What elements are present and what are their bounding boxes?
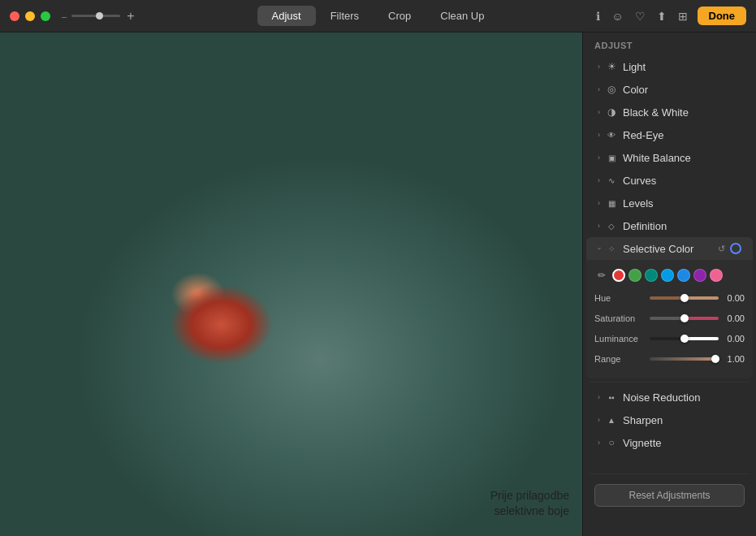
gear-button[interactable]: ⊞ — [676, 8, 689, 24]
share-button[interactable]: ⬆ — [655, 8, 668, 24]
adjust-item-levels[interactable]: › ▦ Levels — [586, 192, 753, 214]
luminance-handle[interactable] — [680, 335, 689, 343]
range-slider[interactable] — [650, 357, 719, 361]
zoom-minus-label: – — [62, 11, 67, 21]
swatch-pink[interactable] — [710, 269, 723, 282]
luminance-slider-row: Luminance 0.00 — [594, 330, 745, 348]
tab-cleanup[interactable]: Clean Up — [426, 6, 499, 26]
tab-crop[interactable]: Crop — [374, 6, 426, 26]
redeye-icon: 👁 — [605, 128, 618, 141]
minimize-button[interactable] — [25, 11, 35, 21]
swatch-lightblue[interactable] — [661, 269, 674, 282]
adjust-item-curves[interactable]: › ∿ Curves — [586, 169, 753, 192]
adjust-item-wb[interactable]: › ▣ White Balance — [586, 146, 753, 169]
done-button[interactable]: Done — [698, 6, 747, 25]
emoji-button[interactable]: ☺ — [610, 8, 624, 24]
swatch-teal[interactable] — [645, 269, 658, 282]
hue-label: Hue — [594, 293, 650, 303]
adjust-item-bw[interactable]: › ◑ Black & White — [586, 101, 753, 123]
adjust-item-redeye[interactable]: › 👁 Red-Eye — [586, 123, 753, 146]
adjust-item-color[interactable]: › ◎ Color — [586, 78, 753, 101]
info-button[interactable]: ℹ — [594, 8, 602, 24]
color-label: Color — [623, 84, 741, 96]
adjust-item-noise[interactable]: › ▪▪ Noise Reduction — [586, 386, 753, 408]
tab-filters[interactable]: Filters — [316, 6, 374, 26]
noise-label: Noise Reduction — [623, 391, 741, 404]
zoom-slider-area: – + — [62, 9, 134, 24]
adjust-item-light[interactable]: › ☀ Light — [586, 55, 753, 78]
sc-toggle-btn[interactable] — [730, 243, 741, 254]
arrow-sharpen: › — [598, 416, 600, 424]
saturation-label: Saturation — [594, 313, 650, 323]
curves-icon: ∿ — [605, 174, 618, 187]
color-icon: ◎ — [605, 83, 618, 96]
definition-label: Definition — [623, 220, 741, 232]
swatch-red[interactable] — [612, 269, 625, 282]
saturation-handle[interactable] — [680, 314, 689, 322]
sc-header-right: ↺ — [718, 243, 741, 254]
swatch-blue[interactable] — [677, 269, 690, 282]
range-slider-row: Range 1.00 — [594, 350, 745, 368]
levels-label: Levels — [623, 197, 741, 210]
luminance-slider[interactable] — [650, 337, 719, 340]
window-controls — [0, 11, 50, 21]
caption-line2: selektivne boje — [490, 504, 569, 520]
sc-reset-icon[interactable]: ↺ — [718, 244, 725, 254]
levels-icon: ▦ — [605, 197, 618, 210]
sharpen-label: Sharpen — [623, 414, 741, 426]
swatch-purple[interactable] — [693, 269, 706, 282]
arrow-definition: › — [598, 222, 600, 230]
range-handle[interactable] — [711, 355, 719, 363]
hue-slider-row: Hue 0.00 — [594, 289, 745, 307]
arrow-vignette: › — [598, 439, 600, 447]
luminance-label: Luminance — [594, 334, 650, 344]
arrow-light: › — [598, 63, 600, 71]
arrow-redeye: › — [598, 131, 600, 139]
definition-icon: ◇ — [605, 219, 618, 232]
luminance-value: 0.00 — [719, 334, 745, 344]
vignette-icon: ○ — [605, 436, 618, 449]
caption: Prije prilagodbe selektivne boje — [490, 488, 569, 520]
arrow-wb: › — [598, 153, 600, 162]
sc-body: ✏ Hue 0.00 Saturation — [586, 260, 753, 378]
arrow-curves: › — [598, 176, 600, 184]
selective-color-label: Selective Color — [623, 243, 718, 255]
curves-label: Curves — [623, 175, 741, 187]
selective-color-header[interactable]: › ⁘ Selective Color ↺ — [586, 237, 753, 260]
hue-handle[interactable] — [680, 294, 689, 302]
bw-icon: ◑ — [605, 106, 618, 119]
arrow-selective-color: › — [595, 248, 603, 250]
eyedropper-tool[interactable]: ✏ — [594, 268, 609, 283]
light-icon: ☀ — [605, 60, 618, 73]
sharpen-icon: ▲ — [605, 413, 618, 426]
nav-tabs: Adjust Filters Crop Clean Up — [257, 6, 499, 26]
wb-icon: ▣ — [605, 151, 618, 164]
maximize-button[interactable] — [41, 11, 50, 21]
close-button[interactable] — [10, 11, 19, 21]
panel-header: ADJUST — [583, 32, 756, 55]
arrow-bw: › — [598, 108, 600, 116]
heart-button[interactable]: ♡ — [633, 8, 647, 24]
photo-image — [0, 32, 582, 536]
hue-slider[interactable] — [650, 296, 719, 300]
zoom-slider[interactable] — [71, 15, 120, 17]
reset-adjustments-button[interactable]: Reset Adjustments — [594, 484, 745, 507]
titlebar-right: ℹ ☺ ♡ ⬆ ⊞ Done — [594, 6, 746, 25]
tab-adjust[interactable]: Adjust — [257, 6, 316, 26]
wb-label: White Balance — [623, 152, 741, 164]
noise-icon: ▪▪ — [605, 391, 618, 404]
zoom-plus-button[interactable]: + — [127, 9, 134, 24]
adjust-item-definition[interactable]: › ◇ Definition — [586, 214, 753, 237]
saturation-slider-row: Saturation 0.00 — [594, 309, 745, 327]
caption-line1: Prije prilagodbe — [490, 488, 569, 504]
swatch-green[interactable] — [629, 269, 642, 282]
arrow-levels: › — [598, 199, 600, 207]
range-value: 1.00 — [719, 354, 745, 364]
adjust-item-vignette[interactable]: › ○ Vignette — [586, 431, 753, 454]
photo-canvas — [0, 32, 582, 536]
adjust-item-sharpen[interactable]: › ▲ Sharpen — [586, 408, 753, 431]
saturation-slider[interactable] — [650, 317, 719, 320]
color-picker-row: ✏ — [594, 265, 745, 289]
arrow-noise: › — [598, 393, 600, 401]
sc-header-left: › ⁘ Selective Color — [598, 242, 718, 255]
